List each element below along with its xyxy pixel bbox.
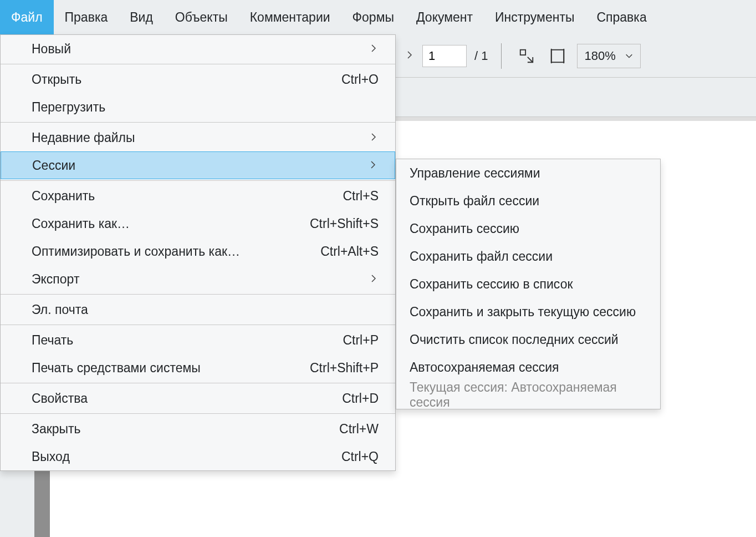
fit-width-icon[interactable] — [546, 44, 569, 68]
menu-item-properties[interactable]: Свойства Ctrl+D — [1, 384, 395, 412]
menubar: Файл Правка Вид Объекты Комментарии Форм… — [0, 0, 756, 34]
menu-item-label: Текущая сессия: Автосохраняемая сессия — [410, 380, 647, 410]
menu-item-optimize-save-as[interactable]: Оптимизировать и сохранить как… Ctrl+Alt… — [1, 237, 395, 265]
page-next-icon[interactable] — [405, 49, 415, 63]
menu-item-new[interactable]: Новый — [1, 35, 395, 63]
submenu-item-clear-recent[interactable]: Очистить список последних сессий — [396, 326, 660, 353]
menu-item-label: Автосохраняемая сессия — [410, 360, 559, 375]
svg-line-1 — [528, 57, 533, 62]
menu-item-shortcut: Ctrl+O — [341, 72, 379, 87]
menu-item-label: Печать — [32, 333, 73, 348]
menu-item-shortcut: Ctrl+Q — [341, 449, 379, 464]
fit-page-icon[interactable] — [515, 44, 538, 68]
chevron-right-icon — [369, 130, 379, 145]
submenu-item-open-session-file[interactable]: Открыть файл сессии — [396, 187, 660, 215]
menu-tools[interactable]: Инструменты — [484, 0, 585, 34]
menu-item-shortcut: Ctrl+Shift+S — [310, 216, 379, 231]
menu-item-label: Управление сессиями — [410, 166, 540, 181]
submenu-item-save-session-file[interactable]: Сохранить файл сессии — [396, 242, 660, 270]
menu-item-label: Сохранить сессию — [410, 221, 519, 236]
menu-edit[interactable]: Правка — [54, 0, 119, 34]
menu-item-label: Сессии — [32, 158, 75, 173]
menu-item-print-system[interactable]: Печать средствами системы Ctrl+Shift+P — [1, 354, 395, 382]
menu-item-reload[interactable]: Перегрузить — [1, 93, 395, 121]
menu-item-label: Новый — [32, 42, 71, 57]
menu-item-label: Экспорт — [32, 272, 79, 287]
zoom-value: 180% — [584, 49, 615, 63]
menu-item-close[interactable]: Закрыть Ctrl+W — [1, 415, 395, 443]
menu-item-shortcut: Ctrl+Alt+S — [320, 244, 379, 259]
menu-item-label: Открыть — [32, 72, 81, 87]
svg-rect-0 — [520, 49, 525, 54]
menu-item-label: Сохранить как… — [32, 216, 130, 231]
menu-item-label: Оптимизировать и сохранить как… — [32, 244, 240, 259]
file-menu-dropdown: Новый Открыть Ctrl+O Перегрузить Недавни… — [0, 34, 396, 471]
menu-item-shortcut: Ctrl+W — [339, 422, 379, 437]
menu-item-email[interactable]: Эл. почта — [1, 296, 395, 323]
menu-document[interactable]: Документ — [405, 0, 484, 34]
toolbar-separator — [501, 43, 502, 69]
menu-item-label: Свойства — [32, 391, 88, 406]
menu-item-recent-files[interactable]: Недавние файлы — [1, 124, 395, 151]
sessions-submenu: Управление сессиями Открыть файл сессии … — [396, 159, 661, 409]
chevron-right-icon — [369, 272, 379, 287]
menu-item-sessions[interactable]: Сессии — [1, 151, 395, 179]
menu-item-export[interactable]: Экспорт — [1, 265, 395, 293]
menu-item-print[interactable]: Печать Ctrl+P — [1, 326, 395, 354]
menu-file[interactable]: Файл — [0, 0, 54, 34]
menu-item-label: Сохранить файл сессии — [410, 249, 553, 264]
submenu-item-save-close-current[interactable]: Сохранить и закрыть текущую сессию — [396, 298, 660, 326]
menu-item-label: Эл. почта — [32, 302, 88, 317]
chevron-down-icon — [625, 52, 634, 60]
menu-separator — [1, 413, 395, 414]
menu-item-shortcut: Ctrl+D — [342, 391, 379, 406]
menu-item-label: Перегрузить — [32, 100, 105, 115]
menu-item-label: Недавние файлы — [32, 130, 135, 145]
menu-item-label: Закрыть — [32, 422, 81, 437]
menu-item-save[interactable]: Сохранить Ctrl+S — [1, 182, 395, 210]
submenu-item-save-to-list[interactable]: Сохранить сессию в список — [396, 270, 660, 298]
menu-separator — [1, 383, 395, 383]
menu-item-label: Очистить список последних сессий — [410, 332, 619, 347]
menu-objects[interactable]: Объекты — [164, 0, 239, 34]
menu-separator — [1, 122, 395, 123]
chevron-right-icon — [369, 42, 379, 57]
svg-rect-2 — [551, 49, 564, 62]
chevron-right-icon — [368, 158, 378, 173]
menu-item-save-as[interactable]: Сохранить как… Ctrl+Shift+S — [1, 210, 395, 237]
submenu-item-autosave-session[interactable]: Автосохраняемая сессия — [396, 353, 660, 381]
menu-separator — [1, 64, 395, 64]
page-total-label: / 1 — [474, 49, 488, 63]
menu-item-label: Сохранить — [32, 189, 95, 204]
menu-item-label: Печать средствами системы — [32, 361, 201, 376]
menu-item-quit[interactable]: Выход Ctrl+Q — [1, 443, 395, 470]
page-number-input[interactable] — [422, 45, 467, 67]
menu-item-label: Открыть файл сессии — [410, 194, 539, 209]
menu-item-shortcut: Ctrl+P — [343, 333, 379, 348]
menu-item-label: Сохранить и закрыть текущую сессию — [410, 305, 636, 320]
menu-item-label: Выход — [32, 449, 70, 464]
submenu-item-manage-sessions[interactable]: Управление сессиями — [396, 159, 660, 187]
menu-comments[interactable]: Комментарии — [239, 0, 341, 34]
zoom-select[interactable]: 180% — [577, 44, 640, 68]
menu-item-shortcut: Ctrl+Shift+P — [310, 361, 379, 376]
menu-item-label: Сохранить сессию в список — [410, 277, 573, 292]
submenu-item-save-session[interactable]: Сохранить сессию — [396, 215, 660, 242]
menu-view[interactable]: Вид — [119, 0, 164, 34]
menu-separator — [1, 294, 395, 295]
menu-forms[interactable]: Формы — [341, 0, 405, 34]
menu-separator — [1, 325, 395, 325]
menu-help[interactable]: Справка — [585, 0, 657, 34]
menu-item-open[interactable]: Открыть Ctrl+O — [1, 65, 395, 93]
menu-item-shortcut: Ctrl+S — [343, 189, 379, 204]
submenu-item-current-session-label: Текущая сессия: Автосохраняемая сессия — [396, 381, 660, 409]
menu-separator — [1, 180, 395, 181]
